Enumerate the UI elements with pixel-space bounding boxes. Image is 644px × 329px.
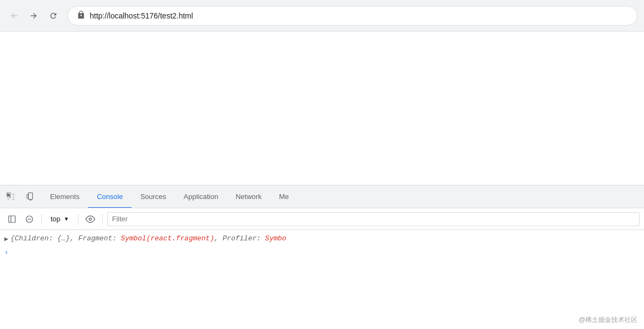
console-text-prefix: {Children: {…}, Fragment: bbox=[10, 234, 121, 243]
toolbar-divider-3 bbox=[102, 214, 103, 225]
devtools-toolbar: top ▼ bbox=[0, 208, 644, 230]
page-content bbox=[0, 32, 644, 185]
watermark: @稀土掘金技术社区 bbox=[579, 315, 637, 325]
nav-buttons bbox=[7, 8, 61, 23]
console-text-fragment: Symbol(react.fragment) bbox=[121, 234, 214, 243]
browser-chrome: http://localhost:5176/test2.html bbox=[0, 0, 644, 32]
device-toolbar-button[interactable] bbox=[22, 188, 39, 206]
tab-network[interactable]: Network bbox=[227, 185, 270, 208]
svg-point-8 bbox=[89, 218, 92, 220]
devtools-tabs-bar: Elements Console Sources Application Net… bbox=[0, 185, 644, 208]
console-log-line[interactable]: ▶ {Children: {…}, Fragment: Symbol(react… bbox=[0, 232, 644, 246]
address-bar[interactable]: http://localhost:5176/test2.html bbox=[67, 6, 637, 26]
prompt-chevron-icon: › bbox=[4, 248, 8, 258]
svg-rect-1 bbox=[28, 193, 33, 199]
reload-button[interactable] bbox=[46, 8, 61, 23]
tab-more[interactable]: Me bbox=[270, 185, 298, 208]
sidebar-toggle-button[interactable] bbox=[4, 212, 20, 227]
inspect-element-button[interactable] bbox=[2, 188, 20, 206]
devtools-panel: Elements Console Sources Application Net… bbox=[0, 185, 644, 329]
toolbar-divider-2 bbox=[78, 214, 78, 225]
tab-sources[interactable]: Sources bbox=[132, 185, 175, 208]
lock-icon bbox=[77, 10, 85, 21]
filter-input[interactable] bbox=[112, 215, 635, 223]
console-text-mid: , Profiler: bbox=[214, 234, 265, 243]
svg-rect-4 bbox=[9, 216, 15, 222]
svg-rect-2 bbox=[30, 200, 32, 201]
console-prompt-line[interactable]: › bbox=[0, 246, 644, 259]
url-text: http://localhost:5176/test2.html bbox=[90, 11, 193, 20]
tab-application[interactable]: Application bbox=[175, 185, 227, 208]
tab-elements[interactable]: Elements bbox=[41, 185, 88, 208]
context-label: top bbox=[51, 215, 60, 223]
live-expressions-button[interactable] bbox=[83, 212, 98, 227]
context-selector[interactable]: top ▼ bbox=[46, 213, 73, 225]
console-text-profiler: Symbo bbox=[265, 234, 286, 243]
toolbar-divider bbox=[41, 214, 42, 225]
tab-console[interactable]: Console bbox=[88, 185, 132, 208]
console-output: ▶ {Children: {…}, Fragment: Symbol(react… bbox=[0, 230, 644, 329]
clear-console-button[interactable] bbox=[22, 212, 37, 227]
chevron-down-icon: ▼ bbox=[64, 216, 69, 222]
console-log-text: {Children: {…}, Fragment: Symbol(react.f… bbox=[10, 233, 640, 245]
expand-arrow-icon[interactable]: ▶ bbox=[4, 234, 8, 245]
filter-input-wrapper[interactable] bbox=[107, 212, 640, 226]
back-button[interactable] bbox=[7, 8, 22, 23]
forward-button[interactable] bbox=[26, 8, 41, 23]
